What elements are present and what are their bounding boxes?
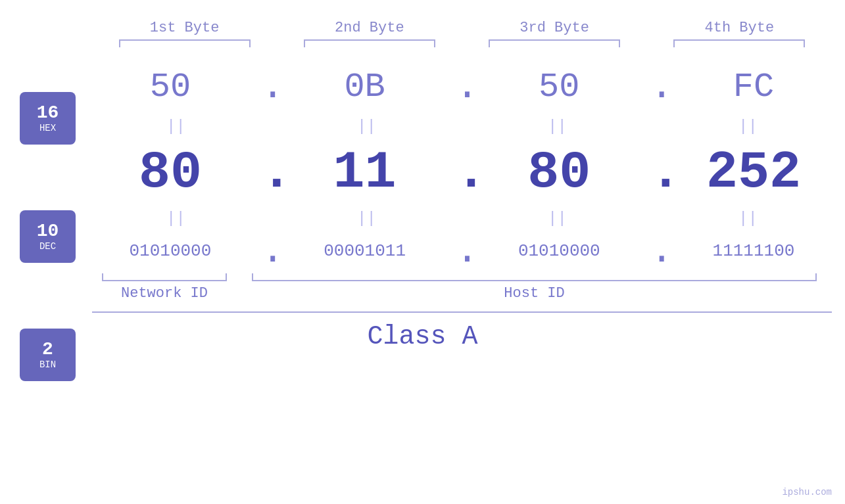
byte1-label: 1st Byte (112, 20, 257, 36)
eq1-b4: || (683, 118, 814, 135)
eq1-b1: || (110, 118, 242, 135)
bin-base-box: 2 BIN (20, 329, 76, 381)
bin-base-name: BIN (39, 359, 56, 370)
host-id-label: Host ID (237, 285, 832, 302)
class-bottom-wrapper (0, 311, 845, 313)
eq2-b4: || (683, 210, 814, 227)
dec-base-name: DEC (39, 241, 56, 252)
eq1-b3: || (492, 118, 623, 135)
hex-row: 50 . 0B . 50 . FC (92, 60, 832, 113)
bin-b1: 01010000 (105, 241, 236, 261)
equals-row-1: || || || || (92, 113, 832, 139)
dot-hex-1: . (261, 64, 274, 109)
watermark: ipshu.com (782, 487, 832, 497)
eq1-b2: || (301, 118, 433, 135)
eq2-b2: || (301, 210, 433, 227)
dot-bin-1: . (261, 229, 274, 273)
content-area: 50 . 0B . 50 . FC || || || || 80 . 11 . … (0, 60, 845, 271)
main-container: 1st Byte 2nd Byte 3rd Byte 4th Byte 16 H… (0, 0, 845, 504)
top-bracket-3 (489, 39, 620, 47)
network-bracket-section (92, 273, 237, 281)
byte4-label: 4th Byte (667, 20, 811, 36)
dec-b3: 80 (493, 143, 625, 202)
hex-b2: 0B (299, 68, 431, 106)
dec-base-number: 10 (37, 221, 59, 242)
hex-b3: 50 (493, 68, 625, 106)
dec-row: 80 . 11 . 80 . 252 (92, 139, 832, 205)
dot-dec-1: . (261, 143, 274, 202)
id-labels-row: Network ID Host ID (0, 285, 845, 302)
dot-hex-2: . (455, 64, 468, 109)
hex-b1: 50 (105, 68, 236, 106)
dot-hex-3: . (650, 64, 663, 109)
top-bracket-row (0, 39, 845, 47)
host-bracket-section (237, 273, 832, 281)
dec-b1: 80 (105, 143, 236, 202)
hex-base-box: 16 HEX (20, 92, 76, 145)
dot-bin-2: . (455, 229, 468, 273)
base-labels: 16 HEX 10 DEC 2 BIN (20, 92, 76, 381)
hex-base-name: HEX (39, 123, 56, 133)
network-bracket (102, 273, 227, 281)
byte2-label: 2nd Byte (297, 20, 442, 36)
host-bracket (252, 273, 817, 281)
class-label: Class A (367, 322, 477, 352)
eq2-b3: || (492, 210, 623, 227)
top-bracket-2 (304, 39, 435, 47)
dot-bin-3: . (650, 229, 663, 273)
byte-headers: 1st Byte 2nd Byte 3rd Byte 4th Byte (0, 20, 845, 36)
eq2-b1: || (110, 210, 242, 227)
bin-row: 01010000 . 00001011 . 01010000 . 1111110… (92, 231, 832, 271)
dec-b4: 252 (688, 143, 819, 202)
bin-b3: 01010000 (493, 241, 625, 261)
dec-base-box: 10 DEC (20, 210, 76, 263)
bin-b4: 11111100 (688, 241, 819, 261)
bin-base-number: 2 (42, 340, 53, 360)
top-bracket-1 (119, 39, 251, 47)
dot-dec-3: . (650, 143, 663, 202)
equals-row-2: || || || || (92, 205, 832, 231)
hex-b4: FC (688, 68, 819, 106)
dot-dec-2: . (455, 143, 468, 202)
bottom-brackets-wrapper (0, 273, 845, 281)
class-bottom-line (92, 311, 832, 313)
dec-b2: 11 (299, 143, 431, 202)
hex-base-number: 16 (37, 103, 59, 124)
top-bracket-4 (673, 39, 805, 47)
bin-b2: 00001011 (299, 241, 431, 261)
byte3-label: 3rd Byte (482, 20, 627, 36)
network-id-label: Network ID (92, 285, 237, 302)
